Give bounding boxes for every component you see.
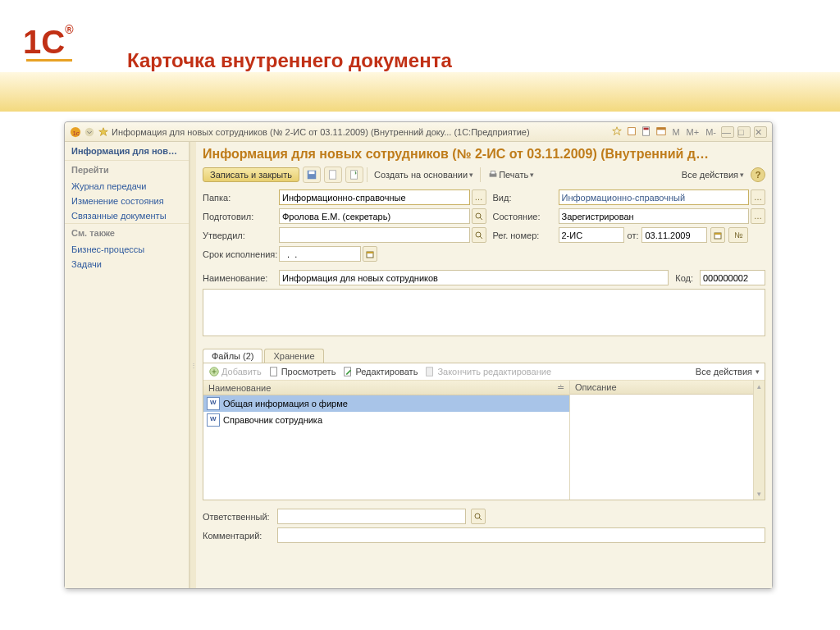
files-all-actions-button[interactable]: Все действия▾ <box>696 367 760 377</box>
prepared-input[interactable] <box>279 208 470 224</box>
svg-line-15 <box>480 217 482 220</box>
due-date-picker-button[interactable] <box>363 246 377 262</box>
svg-rect-3 <box>628 127 636 135</box>
regnum-input[interactable] <box>559 227 624 243</box>
print-button[interactable]: Печать▾ <box>484 167 537 182</box>
window-titlebar: 1c Информация для новых сотрудников (№ 2… <box>65 122 772 142</box>
svg-rect-21 <box>367 252 373 253</box>
edit-file-button[interactable]: Редактировать <box>342 366 418 377</box>
sidebar: Информация для нов… Перейти Журнал перед… <box>65 142 189 588</box>
finish-edit-button[interactable]: Закончить редактирование <box>424 366 551 377</box>
sidebar-collapse-handle[interactable]: ⋮ <box>189 142 196 588</box>
state-input[interactable] <box>559 208 750 224</box>
label-folder: Папка: <box>203 189 272 205</box>
label-code: Код: <box>675 273 693 283</box>
word-doc-icon <box>207 413 220 427</box>
help-button[interactable]: ? <box>751 167 765 182</box>
approved-input[interactable] <box>279 227 470 243</box>
star2-icon[interactable] <box>611 126 623 139</box>
mminus-btn[interactable]: М- <box>704 127 718 137</box>
header-band <box>0 72 840 112</box>
svg-rect-13 <box>491 171 495 175</box>
col-desc-header[interactable]: Описание <box>570 381 753 395</box>
due-date-input[interactable] <box>279 246 361 262</box>
maximize-button[interactable]: □ <box>737 126 751 138</box>
create-based-button[interactable]: Создать на основании▾ <box>371 168 477 181</box>
comment-input[interactable] <box>277 527 765 543</box>
label-regnum: Рег. номер: <box>493 227 552 243</box>
svg-rect-5 <box>644 127 649 130</box>
code-input[interactable] <box>700 270 765 285</box>
responsible-lookup-button[interactable] <box>471 509 486 524</box>
history-icon[interactable] <box>626 126 637 139</box>
sidebar-item-processes[interactable]: Бизнес-процессы <box>65 242 189 257</box>
new-button[interactable] <box>324 167 342 183</box>
date-picker-button[interactable] <box>710 227 725 243</box>
svg-line-17 <box>480 236 482 239</box>
mplus-btn[interactable]: М+ <box>685 127 701 137</box>
view-file-button[interactable]: Просмотреть <box>268 366 336 377</box>
sidebar-item-related-docs[interactable]: Связанные документы <box>65 208 189 223</box>
label-state: Состояние: <box>493 208 552 224</box>
date-input[interactable] <box>641 227 707 243</box>
state-lookup-button[interactable]: … <box>751 208 765 224</box>
sidebar-item-state-change[interactable]: Изменение состояния <box>65 194 189 208</box>
label-prepared: Подготовил: <box>203 208 272 224</box>
calendar-icon[interactable] <box>655 126 667 139</box>
tab-storage[interactable]: Хранение <box>264 349 323 363</box>
name-input[interactable] <box>279 270 669 285</box>
svg-point-2 <box>85 127 94 136</box>
svg-rect-25 <box>427 368 433 377</box>
files-panel: Добавить Просмотреть Редактировать Закон… <box>203 363 765 500</box>
label-approved: Утвердил: <box>203 227 272 243</box>
tab-files[interactable]: Файлы (2) <box>203 349 262 363</box>
logo-underline <box>26 59 72 62</box>
calc-icon[interactable] <box>641 126 652 139</box>
svg-rect-10 <box>330 171 336 180</box>
add-file-button[interactable]: Добавить <box>208 366 262 377</box>
kind-input[interactable] <box>559 189 750 205</box>
description-textarea[interactable] <box>203 289 765 336</box>
svg-rect-23 <box>270 368 276 377</box>
approved-lookup-button[interactable] <box>472 227 486 243</box>
assign-number-button[interactable]: № <box>728 227 748 243</box>
word-doc-icon <box>207 397 220 410</box>
responsible-input[interactable] <box>277 509 466 524</box>
minimize-button[interactable]: — <box>721 126 734 138</box>
sidebar-goto-head: Перейти <box>65 160 189 179</box>
sidebar-item-tasks[interactable]: Задачи <box>65 257 189 272</box>
sidebar-item-journal[interactable]: Журнал передачи <box>65 179 189 194</box>
bookmark-button[interactable] <box>345 167 363 183</box>
all-actions-button[interactable]: Все действия▾ <box>678 168 747 181</box>
main-panel: Информация для новых сотрудников (№ 2-ИС… <box>196 142 772 588</box>
sidebar-title: Информация для нов… <box>65 142 189 160</box>
svg-rect-7 <box>657 127 666 130</box>
prepared-lookup-button[interactable] <box>472 208 486 224</box>
m-btn[interactable]: М <box>670 127 681 137</box>
save-button[interactable] <box>303 167 321 183</box>
save-close-button[interactable]: Записать и закрыть <box>203 167 299 182</box>
star-icon[interactable] <box>98 126 109 138</box>
col-name-header[interactable]: Наименование≐ <box>203 381 569 395</box>
svg-rect-9 <box>309 171 315 175</box>
svg-rect-19 <box>714 233 721 235</box>
svg-line-27 <box>479 518 482 520</box>
kind-lookup-button[interactable]: … <box>751 189 765 205</box>
close-button[interactable]: ✕ <box>754 126 767 138</box>
dropdown-icon[interactable] <box>84 126 95 138</box>
scrollbar[interactable]: ▴▾ <box>753 381 765 500</box>
tab-strip: Файлы (2) Хранение <box>203 345 765 363</box>
file-row[interactable]: Общая информация о фирме <box>203 395 569 412</box>
file-row[interactable]: Справочник сотрудника <box>203 412 569 428</box>
svg-rect-11 <box>351 171 358 180</box>
folder-lookup-button[interactable]: … <box>472 189 486 205</box>
form-title: Информация для новых сотрудников (№ 2-ИС… <box>203 147 765 162</box>
folder-input[interactable] <box>279 189 470 205</box>
toolbar: Записать и закрыть Создать на основании▾… <box>203 167 765 183</box>
label-from: от: <box>628 231 639 240</box>
window-title: Информация для новых сотрудников (№ 2-ИС… <box>112 127 611 137</box>
svg-text:1c: 1c <box>73 129 80 136</box>
label-due: Срок исполнения: <box>203 246 272 262</box>
slide-title: Карточка внутреннего документа <box>127 49 452 72</box>
logo: 1С® <box>23 23 73 62</box>
